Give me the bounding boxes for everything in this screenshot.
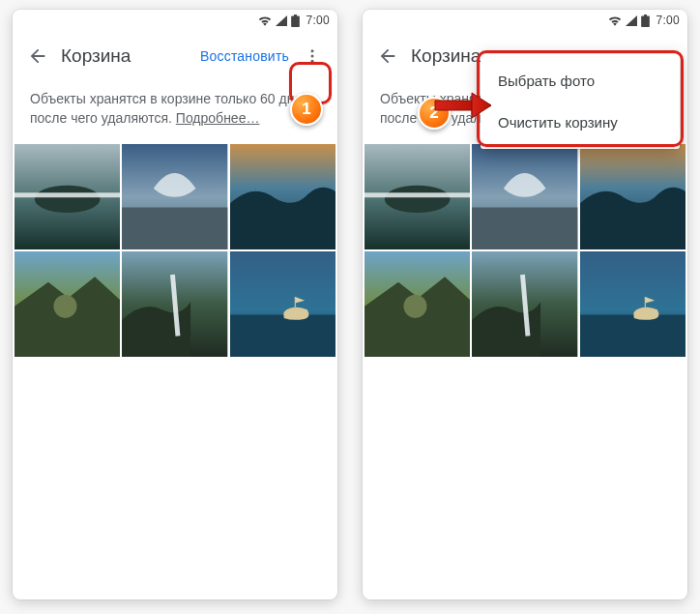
svg-point-0	[311, 49, 314, 52]
cell-signal-icon	[626, 15, 637, 26]
photo-thumb[interactable]	[122, 251, 227, 357]
cell-signal-icon	[276, 15, 287, 26]
status-time: 7:00	[306, 14, 330, 27]
status-bar: 7:00	[13, 10, 337, 31]
phone-left: 7:00 Корзина Восстановить Объекты хранят…	[13, 10, 337, 599]
menu-select-photo[interactable]: Выбрать фото	[481, 60, 680, 102]
photo-thumb[interactable]	[230, 251, 335, 357]
photo-thumb[interactable]	[472, 251, 577, 357]
more-button[interactable]	[293, 37, 332, 75]
svg-point-1	[311, 55, 314, 58]
restore-button[interactable]: Восстановить	[196, 41, 293, 72]
photo-thumb[interactable]	[472, 144, 577, 249]
menu-clear-trash[interactable]: Очистить корзину	[481, 102, 680, 143]
svg-point-17	[385, 185, 451, 212]
back-button[interactable]	[18, 37, 57, 75]
info-message: Объекты хранятся в корзине только 60 дне…	[30, 91, 313, 126]
photo-thumb[interactable]	[365, 144, 470, 249]
photo-thumb[interactable]	[365, 251, 470, 357]
svg-point-9	[53, 295, 76, 318]
photo-grid	[363, 144, 687, 358]
battery-icon	[641, 15, 650, 27]
photo-thumb[interactable]	[15, 251, 120, 357]
wifi-icon	[608, 15, 622, 26]
page-title: Корзина	[61, 45, 131, 67]
photo-thumb[interactable]	[580, 251, 685, 357]
status-bar: 7:00	[363, 10, 687, 31]
svg-rect-5	[15, 192, 120, 197]
photo-thumb[interactable]	[230, 144, 335, 249]
svg-rect-18	[365, 192, 470, 197]
photo-grid	[13, 144, 337, 358]
status-time: 7:00	[656, 14, 680, 27]
page-title: Корзина	[411, 45, 481, 67]
svg-point-4	[35, 185, 101, 212]
photo-thumb[interactable]	[122, 144, 227, 249]
svg-point-2	[311, 60, 314, 63]
learn-more-link[interactable]: Подробнее…	[176, 110, 260, 126]
photo-thumb[interactable]	[580, 144, 685, 249]
svg-point-22	[403, 295, 426, 318]
wifi-icon	[258, 15, 272, 26]
app-bar: Корзина Восстановить	[13, 31, 337, 81]
phone-right: 7:00 Корзина Восстановить Объекты хранят…	[363, 10, 687, 599]
back-button[interactable]	[368, 37, 407, 75]
photo-thumb[interactable]	[15, 144, 120, 249]
overflow-menu: Выбрать фото Очистить корзину	[481, 54, 680, 149]
battery-icon	[291, 15, 300, 27]
info-text: Объекты хранятся в корзине только 60 дне…	[13, 81, 337, 144]
